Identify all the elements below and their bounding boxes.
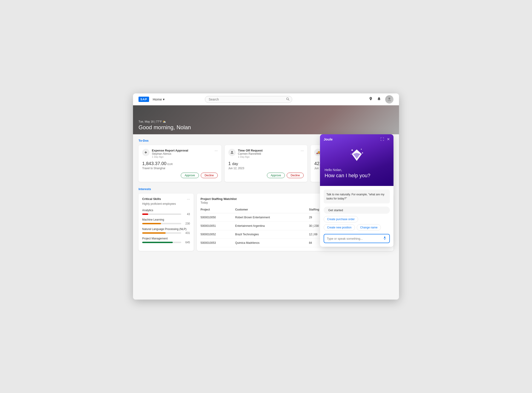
get-started-button[interactable]: Get started [324,206,390,214]
skill-bar-wrap: 43 [142,213,190,216]
critical-skills-subtitle: Highly proficient employees [142,202,190,206]
action-chips: Create purchase order Create new positio… [324,216,390,231]
change-name-chip[interactable]: Change name [357,224,381,231]
svg-point-5 [361,149,362,150]
skill-count: 645 [183,241,190,244]
project-id: 5000010051 [200,222,235,230]
skill-count: 43 [183,213,190,216]
skill-bar-bg [142,213,181,215]
notification-bell-icon[interactable] [377,97,381,102]
critical-skills-card: Critical Skills ··· Highly proficient em… [139,193,194,251]
nav-chevron-icon: ▾ [163,97,165,102]
hero-date: Tue, May 16 | 77°F ⛅ [139,120,191,123]
skill-name: Machine Learning [142,218,190,221]
skill-row-ml: Machine Learning 230 [142,218,190,225]
expense-approve-button[interactable]: Approve [181,173,199,178]
todo-more-menu[interactable]: ··· [214,149,218,153]
todo-card-header: Time Off Request Carmen Rannefeld 1 Day … [228,149,304,158]
todo-time: 1 Day Ago [238,155,298,158]
joule-header-actions: ⛶ ✕ [380,137,390,141]
todo-title: Time Off Request [238,149,298,152]
timeoff-approve-button[interactable]: Approve [267,173,285,178]
todo-days-wrap: 1day [228,161,304,166]
hero-overlay: Tue, May 16 | 77°F ⛅ Good morning, Nolan [133,116,196,134]
todo-date: Jun 12, 2023 [228,167,304,170]
todo-more-menu[interactable]: ··· [301,149,304,153]
svg-rect-11 [384,237,385,238]
svg-point-6 [362,152,363,154]
critical-skills-title: Critical Skills [142,197,161,201]
expense-icon: ✈ [142,149,149,156]
create-purchase-order-chip[interactable]: Create purchase order [324,216,358,222]
todo-description: Travel to Shanghai [142,167,218,170]
col-customer: Customer [235,207,309,213]
home-nav[interactable]: Home ▾ [153,97,165,102]
create-new-position-chip[interactable]: Create new position [324,224,355,231]
skills-more-menu[interactable]: ··· [187,197,190,201]
joule-hint: Talk to me naturally. For example, "what… [324,190,390,203]
svg-point-7 [351,154,351,154]
search-bar-wrap [205,96,292,103]
customer-name: Entertainment Argentina [235,222,309,230]
todo-info: Time Off Request Carmen Rannefeld 1 Day … [238,149,298,158]
joule-input-wrap [324,234,390,243]
header-actions [369,95,393,103]
search-icon [286,97,289,101]
joule-diamond [320,141,393,164]
user-avatar[interactable] [385,95,393,103]
joule-chat-input[interactable] [327,237,381,240]
skill-bar-fill [142,242,173,243]
todo-person: Carmen Rannefeld [238,152,298,155]
hero-greeting: Good morning, Nolan [139,124,191,131]
joule-question: How can I help you? [325,173,389,179]
todo-actions: Approve Decline [142,173,218,178]
todo-days-unit: day [232,162,238,166]
joule-panel: Joule ⛶ ✕ [320,134,393,247]
sap-logo: SAP [139,97,149,102]
expense-decline-button[interactable]: Decline [201,173,218,178]
joule-header: Joule ⛶ ✕ [320,134,393,141]
skill-row-nlp: Natural Language Processing (NLP) 431 [142,227,190,235]
todo-actions: Approve Decline [228,173,304,178]
joule-greeting-area: Hello Nolan, How can I help you? [320,164,393,179]
main-content: To-Dos ✈ Expense Report Approval Stephan… [133,134,399,300]
project-id: 5000010053 [200,239,235,247]
location-icon[interactable] [369,97,373,102]
joule-expand-button[interactable]: ⛶ [380,137,384,141]
joule-title: Joule [324,137,333,141]
todo-card-header: ✈ Expense Report Approval Stephan Abmus … [142,149,218,158]
svg-point-2 [388,98,390,99]
skill-name: Analytics [142,209,190,212]
customer-name: Robert Brown Entertainment [235,213,309,222]
skill-name: Project Management [142,237,190,240]
todo-days: 1 [228,161,231,166]
skill-bar-wrap: 645 [142,241,190,244]
timeoff-decline-button[interactable]: Decline [287,173,304,178]
todo-amount: 1,843.37.00EUR [142,161,218,166]
joule-body: Talk to me naturally. For example, "what… [320,186,393,247]
hero-banner: Tue, May 16 | 77°F ⛅ Good morning, Nolan [133,105,399,134]
project-id: 5000010052 [200,230,235,239]
home-nav-label: Home [153,97,162,101]
skill-row-analytics: Analytics 43 [142,209,190,216]
todo-time: 1 Day Ago [152,155,212,158]
customer-name: Brazil Technologies [235,230,309,239]
skill-bar-fill [142,213,148,215]
todo-title: Expense Report Approval [152,149,212,152]
project-id: 5000010050 [200,213,235,222]
joule-close-button[interactable]: ✕ [387,137,390,141]
skill-bar-fill [142,223,161,224]
skill-bar-fill [142,232,166,234]
svg-point-3 [231,151,233,152]
skill-count: 431 [183,231,190,235]
app-header: SAP Home ▾ [133,93,399,105]
card-header-row: Critical Skills ··· [142,197,190,201]
todo-card-expense: ✈ Expense Report Approval Stephan Abmus … [139,145,221,182]
search-input[interactable] [205,96,292,103]
mic-icon[interactable] [383,236,387,241]
todo-card-timeoff: Time Off Request Carmen Rannefeld 1 Day … [225,145,308,182]
skill-count: 230 [183,222,190,225]
joule-diamond-icon [348,146,366,164]
svg-point-4 [351,149,353,151]
skill-bar-bg [142,242,181,243]
